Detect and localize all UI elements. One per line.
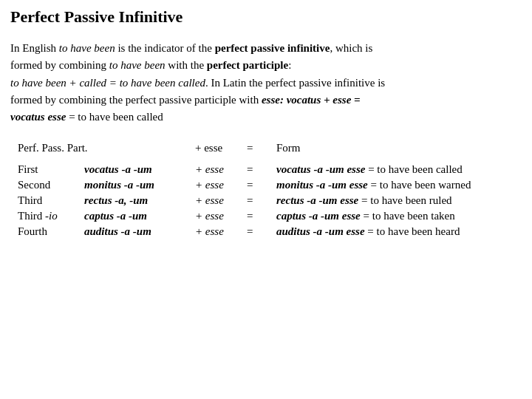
- table-section: Perf. Pass. Part. + esse = Form First vo…: [18, 142, 522, 238]
- intro-line1: In English to have been is the indicator…: [10, 42, 385, 123]
- header-plus-esse: + esse: [195, 142, 247, 154]
- result-third-io: captus -a -um esse = to have been taken: [276, 210, 455, 222]
- table-row: Third -io captus -a -um + esse = captus …: [18, 210, 522, 222]
- declension-third-io: Third -io: [18, 210, 84, 222]
- participle-third: rectus -a, -um: [84, 194, 195, 207]
- header-form: Form: [276, 142, 301, 154]
- esse-fourth: + esse: [195, 225, 247, 238]
- participle-first: vocatus -a -um: [84, 163, 195, 176]
- intro-paragraph: In English to have been is the indicator…: [10, 40, 522, 126]
- page-title: Perfect Passive Infinitive: [10, 7, 522, 27]
- result-third: rectus -a -um esse = to have been ruled: [276, 194, 452, 207]
- eq-fourth: =: [247, 225, 276, 238]
- eq-second: =: [247, 179, 276, 191]
- esse-third-io: + esse: [195, 210, 247, 222]
- participle-fourth: auditus -a -um: [84, 225, 195, 238]
- esse-first: + esse: [195, 163, 247, 176]
- table-row: Second monitus -a -um + esse = monitus -…: [18, 179, 522, 191]
- table-row: First vocatus -a -um + esse = vocatus -a…: [18, 163, 522, 176]
- declension-fourth: Fourth: [18, 225, 84, 238]
- declension-third: Third: [18, 194, 84, 207]
- result-first: vocatus -a -um esse = to have been calle…: [276, 163, 463, 176]
- declension-first: First: [18, 163, 84, 176]
- participle-third-io: captus -a -um: [84, 210, 195, 222]
- table-row: Fourth auditus -a -um + esse = auditus -…: [18, 225, 522, 238]
- eq-third-io: =: [247, 210, 276, 222]
- esse-third: + esse: [195, 194, 247, 207]
- result-fourth: auditus -a -um esse = to have been heard: [276, 225, 460, 238]
- eq-first: =: [247, 163, 276, 176]
- table-row: Third rectus -a, -um + esse = rectus -a …: [18, 194, 522, 207]
- header-equals: =: [247, 142, 276, 154]
- header-part-label: Perf. Pass. Part.: [18, 142, 195, 154]
- declension-second: Second: [18, 179, 84, 191]
- participle-second: monitus -a -um: [84, 179, 195, 191]
- eq-third: =: [247, 194, 276, 207]
- esse-second: + esse: [195, 179, 247, 191]
- table-header-row: Perf. Pass. Part. + esse = Form: [18, 142, 522, 154]
- result-second: monitus -a -um esse = to have been warne…: [276, 179, 471, 191]
